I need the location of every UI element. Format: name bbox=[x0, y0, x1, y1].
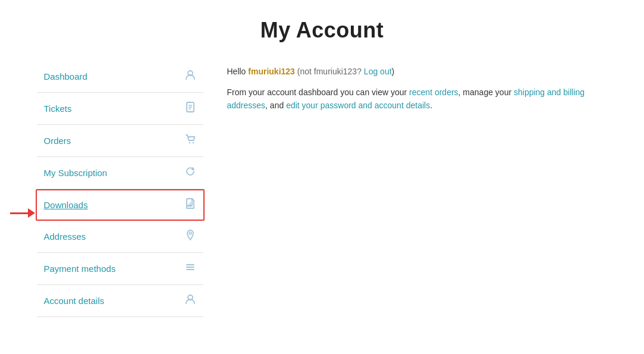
sidebar-item-addresses[interactable]: Addresses bbox=[37, 221, 203, 253]
svg-point-5 bbox=[189, 142, 190, 143]
hello-prefix: Hello bbox=[227, 67, 249, 76]
payment-methods-icon bbox=[184, 261, 196, 276]
sidebar-item-label-account-details: Account details bbox=[44, 296, 105, 306]
arrow-indicator bbox=[10, 208, 35, 218]
logout-link[interactable]: Log out bbox=[364, 67, 392, 76]
sidebar-item-dashboard[interactable]: Dashboard bbox=[37, 61, 203, 93]
recent-orders-link[interactable]: recent orders bbox=[409, 87, 458, 97]
username: fmuriuki123 bbox=[248, 67, 295, 76]
sidebar-item-payment-methods[interactable]: Payment methods bbox=[37, 253, 203, 285]
sidebar: Dashboard Tickets Orders bbox=[37, 61, 203, 317]
arrow-head bbox=[28, 208, 35, 218]
page-title: My Account bbox=[0, 0, 644, 61]
dashboard-icon bbox=[184, 69, 196, 84]
orders-icon bbox=[184, 133, 196, 148]
sidebar-item-label-payment-methods: Payment methods bbox=[44, 264, 116, 274]
sidebar-item-label-addresses: Addresses bbox=[44, 231, 86, 242]
sidebar-item-label-dashboard: Dashboard bbox=[44, 71, 87, 82]
sidebar-item-label-tickets: Tickets bbox=[44, 104, 72, 114]
sidebar-item-tickets[interactable]: Tickets bbox=[37, 93, 203, 125]
description-text: From your account dashboard you can view… bbox=[227, 86, 608, 112]
svg-point-6 bbox=[192, 142, 193, 143]
downloads-icon bbox=[184, 198, 196, 212]
sidebar-item-label-downloads: Downloads bbox=[44, 200, 88, 210]
main-layout: Dashboard Tickets Orders bbox=[25, 61, 620, 341]
sidebar-item-account-details[interactable]: Account details bbox=[37, 285, 203, 317]
edit-password-link[interactable]: edit your password and account details bbox=[286, 101, 430, 110]
content-area: Hello fmuriuki123 (not fmuriuki123? Log … bbox=[227, 61, 608, 317]
svg-rect-7 bbox=[187, 199, 192, 206]
sidebar-item-orders[interactable]: Orders bbox=[37, 125, 203, 157]
not-user-text: (not fmuriuki123? bbox=[295, 67, 364, 76]
paren-close: ) bbox=[392, 67, 395, 76]
tickets-icon bbox=[184, 101, 196, 116]
hello-text: Hello fmuriuki123 (not fmuriuki123? Log … bbox=[227, 67, 608, 76]
sidebar-item-label-orders: Orders bbox=[44, 136, 71, 146]
account-details-icon bbox=[184, 293, 196, 308]
my-subscription-icon bbox=[184, 165, 196, 180]
sidebar-item-label-my-subscription: My Subscription bbox=[44, 168, 108, 178]
arrow-body bbox=[10, 212, 28, 214]
svg-point-9 bbox=[189, 232, 191, 234]
addresses-icon bbox=[184, 229, 196, 244]
sidebar-item-my-subscription[interactable]: My Subscription bbox=[37, 157, 203, 189]
sidebar-item-downloads[interactable]: Downloads bbox=[36, 189, 205, 221]
